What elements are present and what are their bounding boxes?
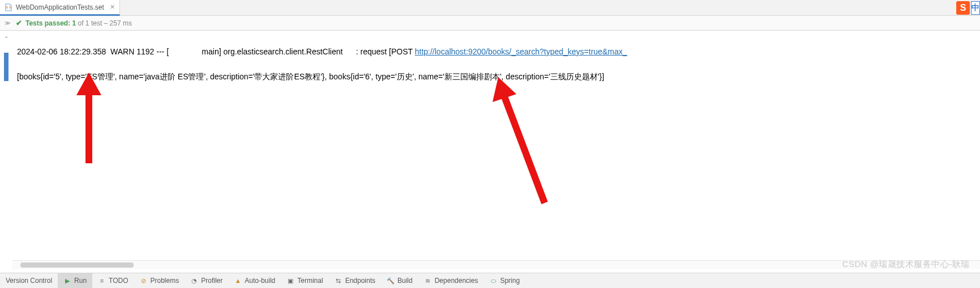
console-gutter: ⌄ (0, 31, 12, 260)
warning-icon: ⊘ (140, 277, 148, 285)
layers-icon: ≋ (424, 277, 432, 285)
log-line-1: 2024-02-06 18:22:29.358 WARN 1192 --- [ … (17, 45, 975, 58)
check-icon: ✔ (16, 19, 22, 27)
request-url-link[interactable]: http://localhost:9200/books/_search?type… (415, 47, 627, 56)
tab-version-control[interactable]: Version Control (0, 273, 58, 288)
tab-filename: WebDomApplicationTests.set (16, 3, 104, 11)
bottom-toolbar: Version Control ▶ Run ≡ TODO ⊘ Problems … (0, 273, 980, 288)
test-status-bar: ≫ ✔ Tests passed: 1 of 1 test – 257 ms (0, 16, 980, 31)
editor-tab-bar: WebDomApplicationTests.set ✕ S 中 (0, 0, 980, 16)
status-passed-label: Tests passed: 1 of 1 test – 257 ms (25, 19, 132, 27)
close-icon[interactable]: ✕ (110, 3, 115, 11)
auto-build-icon: ▲ (234, 277, 242, 285)
play-icon: ▶ (63, 277, 71, 285)
annotation-arrow-1 (66, 48, 112, 194)
terminal-icon: ▣ (286, 277, 294, 285)
editor-tab[interactable]: WebDomApplicationTests.set ✕ (0, 0, 120, 16)
console-output[interactable]: 2024-02-06 18:22:29.358 WARN 1192 --- [ … (12, 31, 980, 260)
list-icon: ≡ (98, 277, 106, 285)
profiler-icon: ◔ (190, 277, 198, 285)
endpoints-icon: ⇆ (335, 277, 343, 285)
tab-dependencies[interactable]: ≋ Dependencies (418, 273, 484, 288)
tab-build[interactable]: 🔨 Build (381, 273, 418, 288)
tab-todo[interactable]: ≡ TODO (92, 273, 134, 288)
scrollbar-thumb[interactable] (20, 262, 134, 268)
selection-marker (4, 53, 8, 81)
chevron-down-icon[interactable]: ⌄ (4, 33, 8, 39)
tab-spring[interactable]: ⬭ Spring (483, 273, 525, 288)
sogou-icon[interactable]: S (956, 1, 970, 15)
tab-run[interactable]: ▶ Run (58, 273, 92, 288)
cn-icon[interactable]: 中 (971, 1, 980, 15)
log-line-2: [books{id='5', type='ES管理', name='java进阶… (17, 70, 975, 83)
tab-profiler[interactable]: ◔ Profiler (185, 273, 228, 288)
chevron-right-icon[interactable]: ≫ (2, 20, 12, 26)
tab-terminal[interactable]: ▣ Terminal (281, 273, 328, 288)
hammer-icon: 🔨 (387, 277, 395, 285)
tab-auto-build[interactable]: ▲ Auto-build (228, 273, 281, 288)
watermark: CSDN @瑞晟技术服务中心-耿瑞 (842, 259, 970, 270)
horizontal-scrollbar[interactable] (12, 260, 980, 269)
ime-indicator: S 中 (956, 0, 980, 16)
tab-problems[interactable]: ⊘ Problems (134, 273, 185, 288)
console-area: ⌄ 2024-02-06 18:22:29.358 WARN 1192 --- … (0, 31, 980, 260)
file-icon (5, 3, 12, 11)
tab-endpoints[interactable]: ⇆ Endpoints (329, 273, 381, 288)
spring-icon: ⬭ (489, 277, 497, 285)
